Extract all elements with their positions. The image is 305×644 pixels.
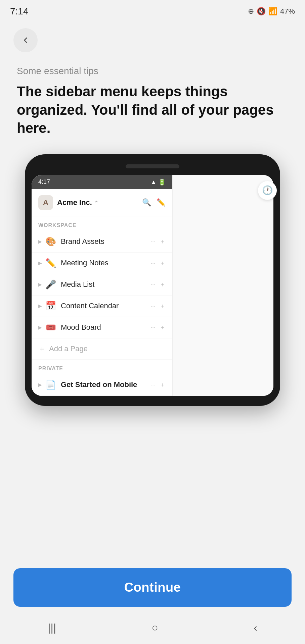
continue-button-area: Continue	[0, 560, 305, 615]
more-icon[interactable]: ···	[150, 324, 156, 331]
more-icon[interactable]: ···	[150, 238, 156, 245]
compose-button[interactable]: ✏️	[157, 198, 166, 207]
arrow-icon: ▶	[38, 282, 42, 287]
meeting-notes-label: Meeting Notes	[61, 259, 150, 267]
brand-assets-label: Brand Assets	[61, 237, 150, 246]
more-icon[interactable]: ···	[150, 260, 156, 267]
phone-screen: 4:17 ▲ 🔋 A Acme Inc. ⌃ 🔍 ✏️	[32, 175, 273, 396]
list-item[interactable]: ▶ 📄 Get Started on Mobile ··· ＋	[32, 374, 172, 396]
add-icon[interactable]: ＋	[160, 259, 166, 267]
private-section-label: PRIVATE	[32, 360, 172, 374]
workspace-avatar: A	[38, 195, 53, 210]
content-calendar-actions: ··· ＋	[150, 302, 166, 310]
bluetooth-icon: ⊕	[248, 7, 254, 16]
media-list-label: Media List	[61, 280, 150, 289]
workspace-section-label: WORKSPACE	[32, 216, 172, 231]
sidebar-panel: 4:17 ▲ 🔋 A Acme Inc. ⌃ 🔍 ✏️	[32, 175, 173, 396]
brand-assets-icon: 🎨	[45, 236, 56, 247]
arrow-icon: ▶	[38, 260, 42, 266]
headline: The sidebar menu keeps things organized.…	[17, 83, 288, 138]
get-started-icon: 📄	[45, 380, 56, 390]
list-item[interactable]: ▶ 🎟️ Mood Board ··· ＋	[32, 317, 172, 338]
mood-board-icon: 🎟️	[45, 322, 56, 333]
meeting-notes-actions: ··· ＋	[150, 259, 166, 267]
android-nav-bar: ||| ○ ‹	[0, 615, 305, 644]
home-icon[interactable]: ○	[151, 622, 158, 634]
get-started-actions: ··· ＋	[150, 381, 166, 389]
phone-wifi-icon: ▲	[150, 179, 157, 185]
recent-apps-icon[interactable]: |||	[48, 622, 56, 634]
media-list-actions: ··· ＋	[150, 280, 166, 288]
content-calendar-icon: 📅	[45, 301, 56, 311]
arrow-icon: ▶	[38, 325, 42, 330]
add-icon[interactable]: ＋	[160, 280, 166, 288]
workspace-chevron: ⌃	[94, 200, 98, 206]
list-item[interactable]: ▶ 🎤 Media List ··· ＋	[32, 274, 172, 296]
back-area	[0, 20, 305, 56]
list-item[interactable]: ▶ 📅 Content Calendar ··· ＋	[32, 296, 172, 317]
mood-board-label: Mood Board	[61, 323, 150, 332]
sidebar-header-icons: 🔍 ✏️	[142, 198, 166, 207]
phone-inner-status: 4:17 ▲ 🔋	[32, 175, 172, 189]
wifi-icon: 📶	[268, 7, 277, 16]
back-button[interactable]	[13, 28, 38, 52]
status-icons: ⊕ 🔇 📶 47%	[248, 7, 295, 16]
sidebar-header: A Acme Inc. ⌃ 🔍 ✏️	[32, 189, 172, 216]
add-page-label: Add a Page	[49, 344, 88, 353]
more-icon[interactable]: ···	[150, 381, 156, 388]
tips-label: Some essential tips	[17, 66, 288, 76]
add-page-plus-icon: ＋	[38, 344, 46, 354]
status-time: 7:14	[10, 6, 29, 17]
meeting-notes-icon: ✏️	[45, 258, 56, 268]
add-icon[interactable]: ＋	[160, 237, 166, 246]
mute-icon: 🔇	[257, 7, 266, 16]
brand-assets-actions: ··· ＋	[150, 237, 166, 246]
history-button[interactable]: 🕐	[258, 181, 277, 200]
phone-notch	[126, 164, 179, 168]
search-button[interactable]: 🔍	[142, 198, 151, 207]
continue-button[interactable]: Continue	[13, 568, 292, 607]
list-item[interactable]: ▶ ✏️ Meeting Notes ··· ＋	[32, 253, 172, 274]
add-page-row[interactable]: ＋ Add a Page	[32, 338, 172, 360]
arrow-icon: ▶	[38, 382, 42, 387]
add-icon[interactable]: ＋	[160, 302, 166, 310]
add-icon[interactable]: ＋	[160, 323, 166, 331]
list-item[interactable]: ▶ 🎨 Brand Assets ··· ＋	[32, 231, 172, 253]
more-icon[interactable]: ···	[150, 281, 156, 288]
battery-label: 47%	[280, 7, 295, 16]
phone-battery-icon: 🔋	[158, 179, 166, 185]
more-icon[interactable]: ···	[150, 303, 156, 310]
content-calendar-label: Content Calendar	[61, 302, 150, 310]
get-started-label: Get Started on Mobile	[61, 380, 150, 389]
status-bar: 7:14 ⊕ 🔇 📶 47%	[0, 0, 305, 20]
phone-time: 4:17	[38, 178, 50, 186]
arrow-icon: ▶	[38, 239, 42, 244]
arrow-icon: ▶	[38, 303, 42, 309]
right-panel	[173, 175, 273, 396]
back-nav-icon[interactable]: ‹	[254, 622, 257, 634]
mood-board-actions: ··· ＋	[150, 323, 166, 331]
media-list-icon: 🎤	[45, 279, 56, 290]
workspace-name: Acme Inc. ⌃	[57, 198, 142, 207]
add-icon[interactable]: ＋	[160, 381, 166, 389]
phone-status-icons: ▲ 🔋	[150, 178, 166, 186]
phone-mockup: 4:17 ▲ 🔋 A Acme Inc. ⌃ 🔍 ✏️	[25, 154, 280, 406]
main-content: Some essential tips The sidebar menu kee…	[0, 56, 305, 560]
